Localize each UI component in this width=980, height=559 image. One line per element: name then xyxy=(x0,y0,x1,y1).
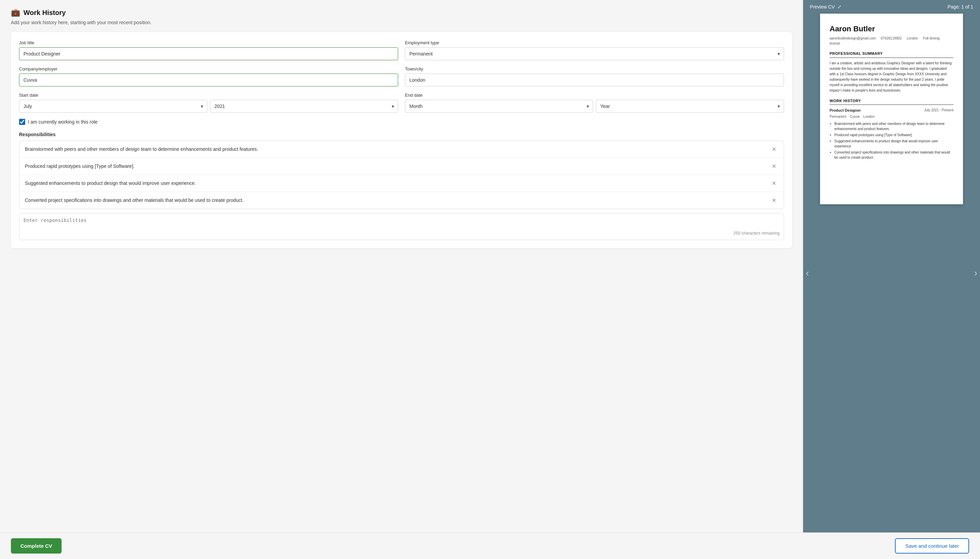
job-title-label: Job title xyxy=(19,40,398,45)
list-item: Brainstormed with peers and other member… xyxy=(20,141,784,158)
next-page-button[interactable]: › xyxy=(972,265,980,281)
company-label: Company/employer xyxy=(19,66,398,71)
left-panel: 💼 Work History Add your work history her… xyxy=(0,0,803,533)
start-year-wrapper: 202420232022 202120202019 20182017 xyxy=(210,100,398,113)
cv-phone: 07428119902 xyxy=(881,36,902,40)
cv-bullet-list: Brainstormed with peers and other member… xyxy=(830,121,954,160)
section-subtitle: Add your work history here, starting wit… xyxy=(11,20,792,25)
form-row-3: Start date JanuaryFebruaryMarch AprilMay… xyxy=(19,93,784,113)
responsibility-text-2: Produced rapid prototypes using [Type of… xyxy=(25,163,770,170)
cv-email: aaronbutlerdesign@gmail.com xyxy=(830,36,876,40)
cv-summary-title: PROFESSIONAL SUMMARY xyxy=(830,51,954,58)
preview-title: Preview CV ⤢ xyxy=(810,4,841,10)
form-card: Job title Employment type Permanent Cont… xyxy=(11,32,792,248)
town-group: Town/city xyxy=(405,66,784,86)
cv-bullet-2: Produced rapid prototypes using [Type of… xyxy=(834,132,954,137)
remove-button-4[interactable]: ✕ xyxy=(770,197,778,204)
end-year-select[interactable]: Year 202420232022 202120202019 xyxy=(596,100,784,113)
responsibilities-input[interactable] xyxy=(23,218,780,228)
cv-page: Aaron Butler aaronbutlerdesign@gmail.com… xyxy=(820,13,963,204)
section-header: 💼 Work History xyxy=(11,8,792,17)
responsibilities-label: Responsibilities xyxy=(19,132,784,137)
end-date-row: Month JanuaryFebruaryMarch AprilMayJune … xyxy=(405,100,784,113)
expand-icon[interactable]: ⤢ xyxy=(837,4,841,10)
start-date-group: Start date JanuaryFebruaryMarch AprilMay… xyxy=(19,93,398,113)
company-group: Company/employer xyxy=(19,66,398,86)
responsibilities-input-wrapper: 250 characters remaining xyxy=(19,213,784,240)
start-date-row: JanuaryFebruaryMarch AprilMayJune JulyAu… xyxy=(19,100,398,113)
form-row-2: Company/employer Town/city xyxy=(19,66,784,86)
list-item: Produced rapid prototypes using [Type of… xyxy=(20,158,784,175)
remove-button-1[interactable]: ✕ xyxy=(770,146,778,153)
prev-page-button[interactable]: ‹ xyxy=(803,265,812,281)
cv-summary-text: I am a creative, artistic and ambitious … xyxy=(830,61,954,93)
save-later-button[interactable]: Save and continue later xyxy=(895,538,969,554)
responsibility-text-3: Suggested enhancements to product design… xyxy=(25,180,770,187)
responsibilities-list: Brainstormed with peers and other member… xyxy=(19,141,784,209)
cv-job-header: Product Designer July 2021 - Present xyxy=(830,108,954,113)
cv-job-company: Cuvva xyxy=(850,115,860,119)
cv-job-dates: July 2021 - Present xyxy=(924,108,954,113)
start-year-select[interactable]: 202420232022 202120202019 20182017 xyxy=(210,100,398,113)
preview-cv-label: Preview CV xyxy=(810,4,835,10)
cv-work-title: WORK HISTORY xyxy=(830,98,954,105)
start-month-wrapper: JanuaryFebruaryMarch AprilMayJune JulyAu… xyxy=(19,100,207,113)
cv-work-section: WORK HISTORY Product Designer July 2021 … xyxy=(830,98,954,160)
currently-working-checkbox[interactable] xyxy=(19,119,25,125)
cv-bullet-4: Converted project specifications into dr… xyxy=(834,150,954,160)
job-title-group: Job title xyxy=(19,40,398,60)
cv-name: Aaron Butler xyxy=(830,23,954,35)
list-item: Suggested enhancements to product design… xyxy=(20,175,784,192)
employment-type-select-wrapper: Permanent Contract Part-time Freelance xyxy=(405,47,784,60)
cv-contact: aaronbutlerdesign@gmail.com 07428119902 … xyxy=(830,36,954,46)
remove-button-3[interactable]: ✕ xyxy=(770,180,778,187)
cv-job-title: Product Designer xyxy=(830,108,861,113)
town-input[interactable] xyxy=(405,74,784,86)
complete-cv-button[interactable]: Complete CV xyxy=(11,538,62,554)
employment-type-select[interactable]: Permanent Contract Part-time Freelance xyxy=(405,47,784,60)
end-year-wrapper: Year 202420232022 202120202019 xyxy=(596,100,784,113)
start-date-label: Start date xyxy=(19,93,398,98)
cv-location: London xyxy=(907,36,918,40)
cv-page-wrapper: ‹ Aaron Butler aaronbutlerdesign@gmail.c… xyxy=(803,13,980,533)
currently-working-row: I am currently working in this role xyxy=(19,119,784,125)
footer: Complete CV Save and continue later xyxy=(0,533,980,559)
end-date-group: End date Month JanuaryFebruaryMarch Apri… xyxy=(405,93,784,113)
responsibility-text-4: Converted project specifications into dr… xyxy=(25,197,770,204)
employment-type-group: Employment type Permanent Contract Part-… xyxy=(405,40,784,60)
cv-bullet-1: Brainstormed with peers and other member… xyxy=(834,121,954,131)
start-month-select[interactable]: JanuaryFebruaryMarch AprilMayJune JulyAu… xyxy=(19,100,207,113)
briefcase-icon: 💼 xyxy=(11,8,20,17)
section-title: Work History xyxy=(23,9,66,17)
end-month-select[interactable]: Month JanuaryFebruaryMarch AprilMayJune … xyxy=(405,100,593,113)
char-count: 250 characters remaining xyxy=(23,231,780,236)
cv-job-type: Permanent xyxy=(830,115,846,119)
remove-button-2[interactable]: ✕ xyxy=(770,163,778,170)
employment-type-label: Employment type xyxy=(405,40,784,45)
cv-summary-section: PROFESSIONAL SUMMARY I am a creative, ar… xyxy=(830,51,954,93)
list-item: Converted project specifications into dr… xyxy=(20,192,784,209)
responsibility-text-1: Brainstormed with peers and other member… xyxy=(25,146,770,153)
page-info: Page: 1 of 1 xyxy=(947,4,973,10)
company-input[interactable] xyxy=(19,74,398,86)
cv-job-location: London xyxy=(863,115,874,119)
town-label: Town/city xyxy=(405,66,784,71)
end-date-label: End date xyxy=(405,93,784,98)
job-title-input[interactable] xyxy=(19,47,398,60)
form-row-1: Job title Employment type Permanent Cont… xyxy=(19,40,784,60)
end-month-wrapper: Month JanuaryFebruaryMarch AprilMayJune … xyxy=(405,100,593,113)
currently-working-label[interactable]: I am currently working in this role xyxy=(28,119,98,125)
preview-header: Preview CV ⤢ Page: 1 of 1 xyxy=(803,0,980,13)
cv-bullet-3: Suggested enhancements to product design… xyxy=(834,139,954,149)
cv-job-meta: Permanent Cuvva London xyxy=(830,114,954,119)
cv-preview-panel: Preview CV ⤢ Page: 1 of 1 ‹ Aaron Butler… xyxy=(803,0,980,533)
